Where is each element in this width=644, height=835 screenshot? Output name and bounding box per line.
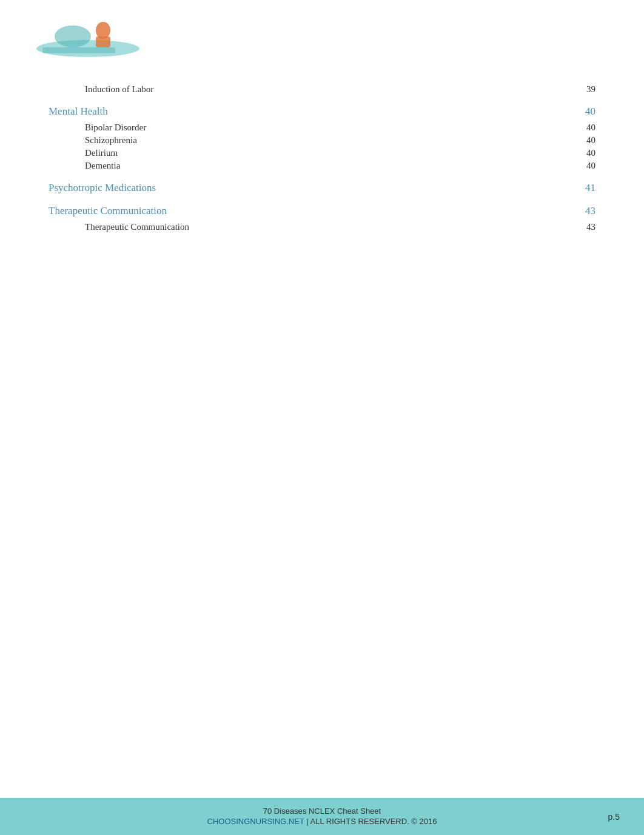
list-item: Bipolar Disorder 40: [49, 122, 595, 133]
delirium-page: 40: [577, 148, 595, 158]
header: [0, 0, 644, 70]
induction-of-labor-text: Induction of Labor: [85, 84, 153, 95]
list-item: Delirium 40: [49, 148, 595, 158]
schizophrenia-page: 40: [577, 135, 595, 146]
mental-health-page: 40: [577, 106, 595, 118]
page-container: Induction of Labor 39 Mental Health 40 B…: [0, 0, 644, 835]
footer-page-number: p.5: [595, 812, 620, 822]
footer-rights: | ALL RIGHTS RESERVERD. © 2016: [304, 817, 437, 826]
footer-credits: CHOOSINGNURSING.NET | ALL RIGHTS RESERVE…: [49, 816, 595, 827]
therapeutic-communication-sub-page: 43: [577, 222, 595, 232]
dementia-text: Dementia: [85, 161, 120, 171]
psychotropic-medications-page: 41: [577, 182, 595, 194]
psychotropic-medications-heading: Psychotropic Medications 41: [49, 182, 595, 194]
therapeutic-communication-page: 43: [577, 205, 595, 217]
svg-point-1: [96, 22, 110, 39]
toc-induction-entry: Induction of Labor 39: [49, 84, 595, 95]
footer-document-title: 70 Diseases NCLEX Cheat Sheet: [49, 806, 595, 816]
dementia-page: 40: [577, 161, 595, 171]
logo-area: [36, 18, 139, 58]
induction-of-labor-page: 39: [577, 84, 595, 95]
schizophrenia-text: Schizophrenia: [85, 135, 137, 146]
content-area: Induction of Labor 39 Mental Health 40 B…: [0, 70, 644, 835]
mental-health-title: Mental Health: [49, 106, 108, 118]
footer-website: CHOOSINGNURSING.NET: [207, 817, 304, 826]
therapeutic-communication-sub-text: Therapeutic Communication: [85, 222, 189, 232]
page-footer: 70 Diseases NCLEX Cheat Sheet CHOOSINGNU…: [0, 798, 644, 835]
psychotropic-medications-title: Psychotropic Medications: [49, 182, 156, 194]
svg-rect-2: [96, 36, 110, 47]
bipolar-disorder-text: Bipolar Disorder: [85, 122, 146, 133]
list-item: Schizophrenia 40: [49, 135, 595, 146]
list-item: Dementia 40: [49, 161, 595, 171]
therapeutic-communication-heading: Therapeutic Communication 43: [49, 205, 595, 217]
list-item: Therapeutic Communication 43: [49, 222, 595, 232]
mental-health-heading: Mental Health 40: [49, 106, 595, 118]
bipolar-disorder-page: 40: [577, 122, 595, 133]
therapeutic-communication-title: Therapeutic Communication: [49, 205, 167, 217]
logo-image: [36, 18, 139, 58]
delirium-text: Delirium: [85, 148, 118, 158]
svg-point-3: [55, 25, 91, 47]
svg-rect-4: [42, 47, 115, 53]
footer-center: 70 Diseases NCLEX Cheat Sheet CHOOSINGNU…: [49, 806, 595, 827]
